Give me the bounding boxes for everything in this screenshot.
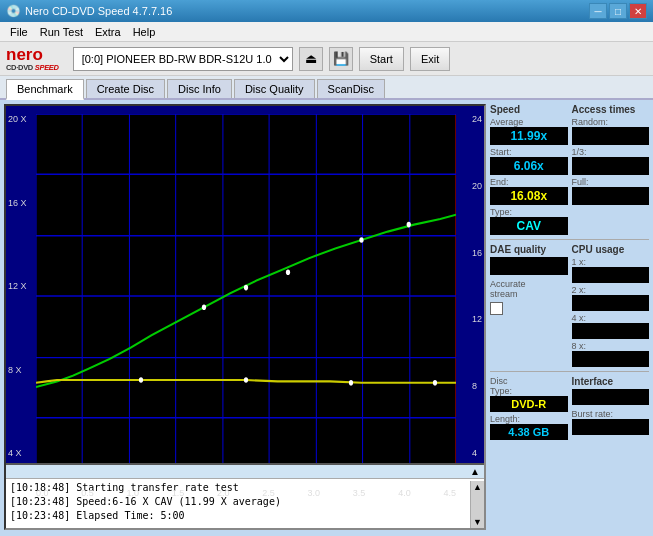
burst-label: Burst rate: (572, 409, 650, 419)
toolbar: nero CD·DVD SPEED [0:0] PIONEER BD-RW BD… (0, 42, 653, 76)
x-4.5: 4.5 (443, 488, 456, 498)
x-0.0: 0.0 (36, 488, 49, 498)
y-right-24: 24 (472, 114, 482, 124)
log-scrollbar[interactable]: ▲ ▼ (470, 481, 484, 528)
y-right-4: 4 (472, 448, 482, 458)
menu-runtest[interactable]: Run Test (34, 24, 89, 40)
right-panel: Speed Average 11.99x Start: 6.06x End: 1… (488, 100, 653, 536)
x-4.0: 4.0 (398, 488, 411, 498)
log-entry-3: [10:23:48] Elapsed Time: 5:00 (10, 509, 480, 523)
menu-help[interactable]: Help (127, 24, 162, 40)
x-1.0: 1.0 (127, 488, 140, 498)
y-axis-left: 20 X 16 X 12 X 8 X 4 X (8, 114, 27, 458)
y-right-12: 12 (472, 314, 482, 324)
accurate-label: Accurate (490, 279, 568, 289)
nero-sub: CD·DVD SPEED (6, 63, 59, 72)
accurate-checkbox[interactable] (490, 302, 503, 315)
x-axis: 0.0 0.5 1.0 1.5 2.0 2.5 3.0 3.5 4.0 4.5 (36, 488, 456, 498)
title-bar-left: 💿 Nero CD-DVD Speed 4.7.7.16 (6, 4, 172, 18)
y-right-16: 16 (472, 248, 482, 258)
scroll-down-arrow[interactable]: ▼ (473, 517, 482, 527)
tab-create-disc[interactable]: Create Disc (86, 79, 165, 98)
cpu-title: CPU usage (572, 244, 650, 255)
burst-value (572, 419, 650, 435)
full-value (572, 187, 650, 205)
maximize-button[interactable]: □ (609, 3, 627, 19)
menu-bar: File Run Test Extra Help (0, 22, 653, 42)
menu-file[interactable]: File (4, 24, 34, 40)
svg-point-20 (286, 269, 290, 275)
disc-type-label: Disc (490, 376, 568, 386)
drive-select[interactable]: [0:0] PIONEER BD-RW BDR-S12U 1.00 (73, 47, 293, 71)
disc-type-value: DVD-R (490, 396, 568, 412)
title-text: Nero CD-DVD Speed 4.7.7.16 (25, 5, 172, 17)
app-icon: 💿 (6, 4, 21, 18)
tabs: Benchmark Create Disc Disc Info Disc Qua… (0, 76, 653, 100)
y-left-8: 8 X (8, 365, 27, 375)
x-2.0: 2.0 (217, 488, 230, 498)
tab-disc-info[interactable]: Disc Info (167, 79, 232, 98)
dae-title: DAE quality (490, 244, 568, 255)
log-scroll-up[interactable]: ▲ (470, 466, 480, 477)
start-label: Start: (490, 147, 568, 157)
random-value (572, 127, 650, 145)
x-0.5: 0.5 (81, 488, 94, 498)
one-third-value (572, 157, 650, 175)
menu-extra[interactable]: Extra (89, 24, 127, 40)
cpu2x-value (572, 295, 650, 311)
disc-length-value: 4.38 GB (490, 424, 568, 440)
cpu2x-label: 2 x: (572, 285, 650, 295)
dae-value (490, 257, 568, 275)
scroll-up-arrow[interactable]: ▲ (473, 482, 482, 492)
nero-brand: nero (6, 46, 59, 63)
y-right-8: 8 (472, 381, 482, 391)
access-title: Access times (572, 104, 650, 115)
speed-title: Speed (490, 104, 568, 115)
cpu1x-value (572, 267, 650, 283)
close-button[interactable]: ✕ (629, 3, 647, 19)
nero-logo: nero CD·DVD SPEED (6, 46, 59, 72)
exit-button[interactable]: Exit (410, 47, 450, 71)
chart-svg (36, 114, 456, 478)
interface-label: Interface (572, 376, 650, 387)
average-label: Average (490, 117, 568, 127)
tab-disc-quality[interactable]: Disc Quality (234, 79, 315, 98)
y-right-20: 20 (472, 181, 482, 191)
stream-label: stream (490, 289, 568, 299)
save-icon[interactable]: 💾 (329, 47, 353, 71)
y-axis-right: 24 20 16 12 8 4 (472, 114, 482, 458)
accurate-checkbox-row (490, 302, 568, 315)
svg-point-21 (359, 237, 363, 243)
end-value: 16.08x (490, 187, 568, 205)
chart-container: 20 X 16 X 12 X 8 X 4 X 24 20 16 12 8 4 (4, 104, 486, 530)
random-label: Random: (572, 117, 650, 127)
average-value: 11.99x (490, 127, 568, 145)
type-label: Type: (490, 207, 568, 217)
svg-point-19 (244, 285, 248, 291)
x-3.0: 3.0 (308, 488, 321, 498)
start-button[interactable]: Start (359, 47, 404, 71)
end-label: End: (490, 177, 568, 187)
svg-point-24 (244, 377, 248, 383)
svg-point-26 (433, 380, 437, 386)
cpu4x-label: 4 x: (572, 313, 650, 323)
one-third-label: 1/3: (572, 147, 650, 157)
svg-point-18 (202, 304, 206, 310)
minimize-button[interactable]: ─ (589, 3, 607, 19)
start-value: 6.06x (490, 157, 568, 175)
tab-benchmark[interactable]: Benchmark (6, 79, 84, 100)
svg-point-23 (139, 377, 143, 383)
cpu1x-label: 1 x: (572, 257, 650, 267)
cpu8x-value (572, 351, 650, 367)
disc-type-sub: Type: (490, 386, 568, 396)
dae-cpu-section: DAE quality Accurate stream CPU usage 1 … (490, 244, 649, 367)
svg-point-25 (349, 380, 353, 386)
x-3.5: 3.5 (353, 488, 366, 498)
eject-icon[interactable]: ⏏ (299, 47, 323, 71)
x-1.5: 1.5 (172, 488, 185, 498)
interface-value (572, 389, 650, 405)
x-2.5: 2.5 (262, 488, 275, 498)
disc-length-label: Length: (490, 414, 568, 424)
type-value: CAV (490, 217, 568, 235)
tab-scan-disc[interactable]: ScanDisc (317, 79, 385, 98)
